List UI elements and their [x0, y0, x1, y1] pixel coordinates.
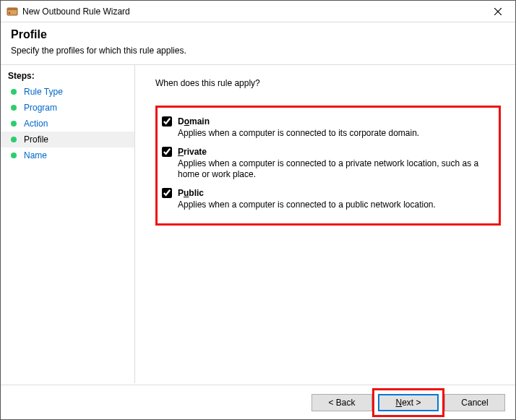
back-label: < Back [328, 398, 355, 408]
domain-label[interactable]: Domain [178, 116, 210, 127]
public-description: Applies when a computer is connected to … [178, 200, 494, 211]
step-label: Rule Type [24, 87, 63, 97]
step-label: Name [24, 150, 47, 160]
profile-options-group: DomainApplies when a computer is connect… [155, 106, 501, 226]
step-bullet-icon [11, 153, 17, 158]
title-bar: New Outbound Rule Wizard [1, 1, 515, 22]
step-label: Action [24, 119, 48, 129]
page-description: Specify the profiles for which this rule… [11, 46, 505, 56]
wizard-header: Profile Specify the profiles for which t… [1, 22, 515, 64]
step-bullet-icon [11, 121, 17, 127]
step-bullet-icon [11, 89, 17, 95]
svg-point-2 [9, 12, 10, 13]
domain-description: Applies when a computer is connected to … [178, 128, 494, 140]
step-name[interactable]: Name [1, 147, 134, 163]
step-bullet-icon [11, 105, 17, 111]
step-label: Program [24, 103, 57, 113]
back-button[interactable]: < Back [311, 394, 372, 411]
public-checkbox[interactable] [162, 188, 172, 198]
step-label: Profile [24, 134, 48, 145]
wizard-body: Steps: Rule TypeProgramActionProfileName… [1, 64, 515, 383]
public-label[interactable]: Public [178, 188, 204, 198]
profile-option-domain: DomainApplies when a computer is connect… [159, 116, 494, 140]
domain-checkbox[interactable] [162, 116, 172, 127]
steps-title: Steps: [1, 68, 134, 84]
step-rule-type[interactable]: Rule Type [1, 84, 134, 100]
private-checkbox[interactable] [162, 147, 172, 157]
private-description: Applies when a computer is connected to … [178, 158, 494, 181]
window-title: New Outbound Rule Wizard [22, 7, 483, 17]
step-action[interactable]: Action [1, 116, 134, 132]
profile-option-public: PublicApplies when a computer is connect… [159, 188, 494, 211]
wizard-footer: < Back Next > Cancel [1, 385, 515, 419]
page-title: Profile [11, 28, 505, 41]
step-program[interactable]: Program [1, 100, 134, 116]
private-label[interactable]: Private [178, 147, 207, 157]
next-button[interactable]: Next > [378, 394, 439, 411]
profile-option-private: PrivateApplies when a computer is connec… [159, 147, 494, 181]
next-label: Next > [395, 398, 421, 408]
steps-sidebar: Steps: Rule TypeProgramActionProfileName [1, 65, 135, 383]
cancel-button[interactable]: Cancel [444, 394, 505, 411]
wizard-main: When does this rule apply? DomainApplies… [135, 65, 515, 383]
step-profile: Profile [1, 132, 134, 147]
close-icon [494, 8, 502, 15]
question-text: When does this rule apply? [155, 78, 501, 88]
close-button[interactable] [483, 1, 512, 22]
svg-rect-1 [7, 8, 17, 10]
step-bullet-icon [11, 137, 17, 142]
app-icon [7, 6, 18, 17]
